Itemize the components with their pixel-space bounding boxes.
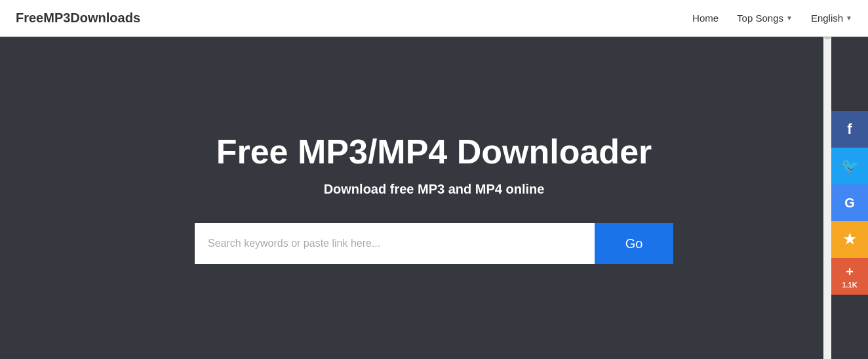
hero-section: Free MP3/MP4 Downloader Download free MP… bbox=[0, 37, 868, 359]
nav-top-songs-label: Top Songs bbox=[737, 12, 783, 24]
addthis-share-button[interactable]: + 1.1K bbox=[831, 258, 868, 295]
search-bar: Go bbox=[195, 223, 673, 264]
share-count: 1.1K bbox=[842, 281, 857, 289]
nav-english-label: English bbox=[811, 12, 843, 24]
english-chevron-icon: ▼ bbox=[846, 14, 852, 22]
hero-title: Free MP3/MP4 Downloader bbox=[216, 132, 652, 171]
scrollbar-track[interactable] bbox=[823, 0, 831, 359]
go-button[interactable]: Go bbox=[595, 223, 673, 264]
facebook-icon: f bbox=[847, 121, 852, 138]
facebook-share-button[interactable]: f bbox=[831, 111, 868, 148]
nav-english[interactable]: English ▼ bbox=[811, 12, 852, 24]
nav-home[interactable]: Home bbox=[692, 12, 719, 24]
top-songs-chevron-icon: ▼ bbox=[786, 14, 793, 22]
google-icon: G bbox=[844, 196, 855, 211]
star-icon: ★ bbox=[843, 231, 856, 248]
search-input[interactable] bbox=[195, 223, 595, 264]
nav-links: Home Top Songs ▼ English ▼ bbox=[692, 12, 852, 24]
nav-top-songs[interactable]: Top Songs ▼ bbox=[737, 12, 793, 24]
hero-subtitle: Download free MP3 and MP4 online bbox=[324, 182, 545, 197]
twitter-icon: 🐦 bbox=[841, 158, 859, 175]
twitter-share-button[interactable]: 🐦 bbox=[831, 148, 868, 184]
plus-icon: + bbox=[846, 264, 854, 280]
brand-logo[interactable]: FreeMP3Downloads bbox=[16, 11, 140, 26]
social-sidebar: f 🐦 G ★ + 1.1K bbox=[831, 111, 868, 295]
google-share-button[interactable]: G bbox=[831, 184, 868, 221]
bookmark-button[interactable]: ★ bbox=[831, 221, 868, 258]
navbar: FreeMP3Downloads Home Top Songs ▼ Englis… bbox=[0, 0, 868, 37]
